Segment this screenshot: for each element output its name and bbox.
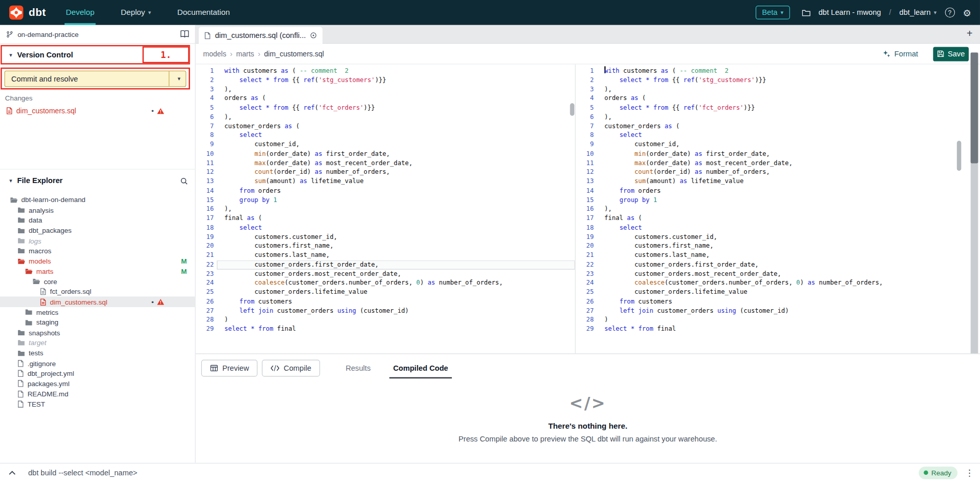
breadcrumb-item[interactable]: models <box>203 50 226 58</box>
save-button[interactable]: Save <box>933 47 969 61</box>
code-line[interactable]: customers.customer_id, <box>217 232 575 242</box>
code-line[interactable]: ), <box>597 112 962 122</box>
file-tree-item[interactable]: target <box>0 338 196 348</box>
editor-tab-dim-customers[interactable]: dim_customers.sql (confli... <box>199 27 323 44</box>
editor-scrollbar[interactable] <box>570 103 575 115</box>
code-line[interactable]: with customers as ( -- comment 2 <box>597 66 962 75</box>
code-line[interactable]: with customers as ( -- comment 2 <box>217 66 575 75</box>
code-line[interactable]: sum(amount) as lifetime_value <box>217 177 575 186</box>
file-tree-item[interactable]: analysis <box>0 205 196 215</box>
file-tree-item[interactable]: dbt_packages <box>0 225 196 235</box>
file-tree-item[interactable]: metrics <box>0 307 196 317</box>
code-line[interactable]: customer_orders.first_order_date, <box>217 260 575 269</box>
code-line[interactable]: customer_orders.most_recent_order_date, <box>217 269 575 278</box>
code-line[interactable]: customers.first_name, <box>597 242 962 251</box>
code-line[interactable]: from orders <box>597 186 962 195</box>
code-line[interactable]: from customers <box>597 297 962 306</box>
file-tree-item[interactable]: dim_customers.sql• <box>0 297 196 307</box>
file-tree-item[interactable]: dbt_project.yml <box>0 368 196 378</box>
help-button[interactable]: ? <box>945 8 955 18</box>
docs-book-icon[interactable] <box>180 30 189 38</box>
code-line[interactable]: coalesce(customer_orders.number_of_order… <box>597 278 962 288</box>
topnav-item-documentation[interactable]: Documentation <box>176 0 231 25</box>
code-line[interactable]: final as ( <box>597 214 962 223</box>
code-line[interactable]: customer_orders as ( <box>597 122 962 131</box>
code-line[interactable]: customers.last_name, <box>217 251 575 260</box>
file-tree-item[interactable]: TEST <box>0 399 196 409</box>
file-tree-item[interactable]: dbt-learn-on-demand <box>0 194 196 205</box>
search-icon[interactable] <box>180 177 188 185</box>
preview-button[interactable]: Preview <box>201 360 258 377</box>
code-line[interactable]: customer_orders as ( <box>217 122 575 131</box>
code-line[interactable]: from customers <box>217 297 575 306</box>
settings-gear-icon[interactable]: ⚙ <box>963 8 971 17</box>
code-line[interactable]: customers.first_name, <box>217 242 575 251</box>
kebab-menu-icon[interactable]: ⋮ <box>965 468 974 478</box>
breadcrumb-item[interactable]: marts <box>236 50 254 58</box>
code-line[interactable]: select <box>217 131 575 140</box>
code-line[interactable]: ), <box>597 205 962 214</box>
code-line[interactable]: group by 1 <box>217 195 575 205</box>
topnav-item-develop[interactable]: Develop <box>65 0 96 25</box>
code-line[interactable]: min(order_date) as first_order_date, <box>597 149 962 158</box>
file-tree-item[interactable]: martsM <box>0 266 196 276</box>
chevron-up-icon[interactable] <box>9 470 15 475</box>
file-tree-item[interactable]: README.md <box>0 389 196 399</box>
window-scrollbar[interactable] <box>971 52 978 353</box>
file-tree-item[interactable]: core <box>0 276 196 287</box>
command-input[interactable]: dbt build --select <model_name> <box>28 468 137 477</box>
code-area[interactable]: with customers as ( -- comment 2 select … <box>597 65 962 354</box>
code-line[interactable]: select * from final <box>217 325 575 334</box>
changed-file-item[interactable]: dim_customers.sql• <box>0 105 196 116</box>
code-line[interactable]: select * from {{ ref('stg_customers')}} <box>217 75 575 85</box>
file-explorer-section-header[interactable]: ▾ File Explorer <box>0 174 196 187</box>
file-tree-item[interactable]: macros <box>0 246 196 256</box>
breadcrumb-item[interactable]: dim_customers.sql <box>264 50 324 58</box>
code-line[interactable]: select * from {{ ref('fct_orders')}} <box>217 103 575 112</box>
project-selector[interactable]: dbt_learn ▾ <box>900 8 937 17</box>
scrollbar-thumb[interactable] <box>971 52 978 163</box>
code-line[interactable]: ), <box>217 85 575 94</box>
commit-dropdown-toggle[interactable]: ▾ <box>169 71 185 86</box>
code-line[interactable]: select * from {{ ref('stg_customers')}} <box>597 75 962 85</box>
code-line[interactable]: sum(amount) as lifetime_value <box>597 177 962 186</box>
topnav-item-deploy[interactable]: Deploy▾ <box>119 0 152 25</box>
file-tree-item[interactable]: staging <box>0 317 196 328</box>
file-tree-item[interactable]: data <box>0 215 196 225</box>
file-tree-item[interactable]: logs <box>0 235 196 246</box>
file-tree-item[interactable]: packages.yml <box>0 378 196 389</box>
tab-compiled-code[interactable]: Compiled Code <box>382 360 459 377</box>
code-line[interactable]: orders as ( <box>597 94 962 103</box>
file-tree-item[interactable]: .gitignore <box>0 358 196 368</box>
code-line[interactable]: max(order_date) as most_recent_order_dat… <box>597 158 962 168</box>
code-line[interactable]: left join customer_orders using (custome… <box>217 306 575 315</box>
new-tab-button[interactable]: + <box>967 28 972 39</box>
code-line[interactable]: ), <box>217 112 575 122</box>
code-line[interactable]: coalesce(customer_orders.number_of_order… <box>217 278 575 288</box>
account-name[interactable]: dbt Learn - mwong <box>819 8 881 17</box>
editor-scrollbar[interactable] <box>957 141 962 171</box>
code-line[interactable]: ), <box>597 85 962 94</box>
code-line[interactable]: count(order_id) as number_of_orders, <box>217 168 575 177</box>
code-line[interactable]: final as ( <box>217 214 575 223</box>
code-line[interactable]: select <box>217 223 575 232</box>
code-line[interactable]: select <box>597 223 962 232</box>
editor-pane-right[interactable]: 1234567891011121314151617181920212223242… <box>576 65 962 354</box>
file-tree-item[interactable]: snapshots <box>0 328 196 338</box>
code-line[interactable]: customer_orders.most_recent_order_date, <box>597 269 962 278</box>
code-line[interactable]: min(order_date) as first_order_date, <box>217 149 575 158</box>
code-area[interactable]: with customers as ( -- comment 2 select … <box>217 65 575 354</box>
code-line[interactable]: from orders <box>217 186 575 195</box>
file-tree-item[interactable]: fct_orders.sql <box>0 287 196 297</box>
code-line[interactable]: ) <box>597 315 962 325</box>
commit-and-resolve-button[interactable]: Commit and resolve ▾ <box>5 71 186 87</box>
compile-button[interactable]: Compile <box>262 360 320 377</box>
beta-dropdown[interactable]: Beta ▾ <box>756 6 789 19</box>
branch-selector[interactable]: on-demand-practice <box>0 25 196 44</box>
dbt-logo[interactable]: dbt <box>9 5 46 20</box>
code-line[interactable]: left join customer_orders using (custome… <box>597 306 962 315</box>
modified-indicator-icon[interactable] <box>310 32 317 38</box>
code-line[interactable]: customers.customer_id, <box>597 232 962 242</box>
code-line[interactable]: select * from {{ ref('fct_orders')}} <box>597 103 962 112</box>
code-line[interactable]: ) <box>217 315 575 325</box>
